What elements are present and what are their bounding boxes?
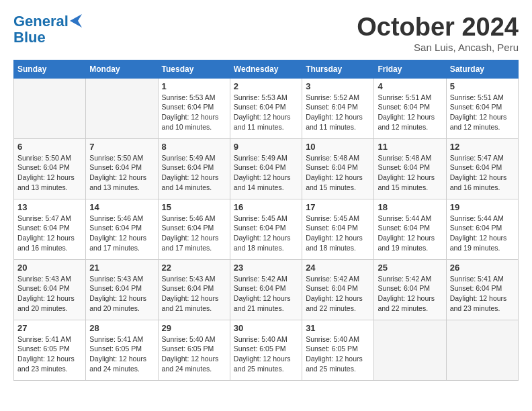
logo: General Blue <box>13 13 82 46</box>
day-number: 28 <box>89 323 154 333</box>
day-info: Sunrise: 5:42 AM Sunset: 6:04 PM Dayligh… <box>306 274 370 314</box>
day-number: 24 <box>306 263 370 273</box>
calendar-cell: 26Sunrise: 5:41 AM Sunset: 6:04 PM Dayli… <box>446 259 518 320</box>
calendar-cell: 4Sunrise: 5:51 AM Sunset: 6:04 PM Daylig… <box>374 78 446 138</box>
weekday-header-tuesday: Tuesday <box>158 60 230 78</box>
calendar-cell: 23Sunrise: 5:42 AM Sunset: 6:04 PM Dayli… <box>230 259 302 320</box>
weekday-header-wednesday: Wednesday <box>230 60 302 78</box>
calendar-week-row: 1Sunrise: 5:53 AM Sunset: 6:04 PM Daylig… <box>14 78 519 138</box>
calendar-cell: 24Sunrise: 5:42 AM Sunset: 6:04 PM Dayli… <box>302 259 374 320</box>
day-info: Sunrise: 5:40 AM Sunset: 6:05 PM Dayligh… <box>234 334 298 374</box>
weekday-header-saturday: Saturday <box>446 60 518 78</box>
day-number: 1 <box>162 81 226 91</box>
calendar-cell: 6Sunrise: 5:50 AM Sunset: 6:04 PM Daylig… <box>14 138 86 199</box>
day-number: 26 <box>450 263 515 273</box>
day-info: Sunrise: 5:41 AM Sunset: 6:05 PM Dayligh… <box>89 334 154 374</box>
day-info: Sunrise: 5:53 AM Sunset: 6:04 PM Dayligh… <box>234 93 298 132</box>
calendar-cell: 13Sunrise: 5:47 AM Sunset: 6:04 PM Dayli… <box>14 199 86 259</box>
calendar-table: SundayMondayTuesdayWednesdayThursdayFrid… <box>13 60 519 381</box>
day-info: Sunrise: 5:42 AM Sunset: 6:04 PM Dayligh… <box>378 274 442 314</box>
calendar-week-row: 20Sunrise: 5:43 AM Sunset: 6:04 PM Dayli… <box>14 259 519 320</box>
day-info: Sunrise: 5:46 AM Sunset: 6:04 PM Dayligh… <box>162 214 226 253</box>
day-info: Sunrise: 5:44 AM Sunset: 6:04 PM Dayligh… <box>378 214 442 253</box>
day-number: 14 <box>89 202 154 212</box>
day-info: Sunrise: 5:41 AM Sunset: 6:04 PM Dayligh… <box>450 274 515 314</box>
calendar-cell: 11Sunrise: 5:48 AM Sunset: 6:04 PM Dayli… <box>374 138 446 199</box>
day-number: 16 <box>234 202 298 212</box>
day-info: Sunrise: 5:50 AM Sunset: 6:04 PM Dayligh… <box>89 153 154 193</box>
day-number: 8 <box>162 142 226 152</box>
logo-text-line1: General <box>13 13 69 30</box>
day-info: Sunrise: 5:50 AM Sunset: 6:04 PM Dayligh… <box>17 153 82 193</box>
day-number: 4 <box>378 81 442 91</box>
calendar-cell <box>374 320 446 380</box>
calendar-cell: 25Sunrise: 5:42 AM Sunset: 6:04 PM Dayli… <box>374 259 446 320</box>
day-info: Sunrise: 5:45 AM Sunset: 6:04 PM Dayligh… <box>234 214 298 253</box>
day-info: Sunrise: 5:45 AM Sunset: 6:04 PM Dayligh… <box>306 214 370 253</box>
day-info: Sunrise: 5:53 AM Sunset: 6:04 PM Dayligh… <box>162 93 226 132</box>
location-subtitle: San Luis, Ancash, Peru <box>357 42 519 53</box>
title-block: October 2024 San Luis, Ancash, Peru <box>357 13 519 53</box>
weekday-header-thursday: Thursday <box>302 60 374 78</box>
day-number: 29 <box>162 323 226 333</box>
day-number: 3 <box>306 81 370 91</box>
day-number: 13 <box>17 202 82 212</box>
calendar-cell: 28Sunrise: 5:41 AM Sunset: 6:05 PM Dayli… <box>86 320 158 380</box>
day-info: Sunrise: 5:40 AM Sunset: 6:05 PM Dayligh… <box>306 334 370 374</box>
calendar-cell: 15Sunrise: 5:46 AM Sunset: 6:04 PM Dayli… <box>158 199 230 259</box>
day-info: Sunrise: 5:49 AM Sunset: 6:04 PM Dayligh… <box>162 153 226 193</box>
day-number: 27 <box>17 323 82 333</box>
day-info: Sunrise: 5:42 AM Sunset: 6:04 PM Dayligh… <box>234 274 298 314</box>
day-number: 9 <box>234 142 298 152</box>
weekday-header-friday: Friday <box>374 60 446 78</box>
calendar-cell: 9Sunrise: 5:49 AM Sunset: 6:04 PM Daylig… <box>230 138 302 199</box>
calendar-cell: 21Sunrise: 5:43 AM Sunset: 6:04 PM Dayli… <box>86 259 158 320</box>
day-info: Sunrise: 5:46 AM Sunset: 6:04 PM Dayligh… <box>89 214 154 253</box>
calendar-cell: 29Sunrise: 5:40 AM Sunset: 6:05 PM Dayli… <box>158 320 230 380</box>
calendar-cell: 10Sunrise: 5:48 AM Sunset: 6:04 PM Dayli… <box>302 138 374 199</box>
calendar-cell: 12Sunrise: 5:47 AM Sunset: 6:04 PM Dayli… <box>446 138 518 199</box>
day-info: Sunrise: 5:48 AM Sunset: 6:04 PM Dayligh… <box>306 153 370 193</box>
weekday-header-monday: Monday <box>86 60 158 78</box>
day-number: 18 <box>378 202 442 212</box>
day-number: 25 <box>378 263 442 273</box>
calendar-cell: 31Sunrise: 5:40 AM Sunset: 6:05 PM Dayli… <box>302 320 374 380</box>
day-info: Sunrise: 5:41 AM Sunset: 6:05 PM Dayligh… <box>17 334 82 374</box>
calendar-cell: 22Sunrise: 5:43 AM Sunset: 6:04 PM Dayli… <box>158 259 230 320</box>
day-info: Sunrise: 5:48 AM Sunset: 6:04 PM Dayligh… <box>378 153 442 193</box>
day-info: Sunrise: 5:44 AM Sunset: 6:04 PM Dayligh… <box>450 214 515 253</box>
day-info: Sunrise: 5:43 AM Sunset: 6:04 PM Dayligh… <box>89 274 154 314</box>
calendar-cell: 14Sunrise: 5:46 AM Sunset: 6:04 PM Dayli… <box>86 199 158 259</box>
day-number: 7 <box>89 142 154 152</box>
calendar-week-row: 6Sunrise: 5:50 AM Sunset: 6:04 PM Daylig… <box>14 138 519 199</box>
calendar-cell: 1Sunrise: 5:53 AM Sunset: 6:04 PM Daylig… <box>158 78 230 138</box>
logo-text-line2: Blue <box>13 30 46 46</box>
day-number: 5 <box>450 81 515 91</box>
calendar-cell: 30Sunrise: 5:40 AM Sunset: 6:05 PM Dayli… <box>230 320 302 380</box>
day-number: 23 <box>234 263 298 273</box>
day-number: 17 <box>306 202 370 212</box>
calendar-cell: 18Sunrise: 5:44 AM Sunset: 6:04 PM Dayli… <box>374 199 446 259</box>
calendar-cell <box>446 320 518 380</box>
calendar-cell: 17Sunrise: 5:45 AM Sunset: 6:04 PM Dayli… <box>302 199 374 259</box>
day-number: 22 <box>162 263 226 273</box>
day-info: Sunrise: 5:47 AM Sunset: 6:04 PM Dayligh… <box>17 214 82 253</box>
day-info: Sunrise: 5:49 AM Sunset: 6:04 PM Dayligh… <box>234 153 298 193</box>
calendar-cell: 5Sunrise: 5:51 AM Sunset: 6:04 PM Daylig… <box>446 78 518 138</box>
calendar-cell <box>86 78 158 138</box>
day-info: Sunrise: 5:43 AM Sunset: 6:04 PM Dayligh… <box>17 274 82 314</box>
calendar-cell <box>14 78 86 138</box>
calendar-cell: 3Sunrise: 5:52 AM Sunset: 6:04 PM Daylig… <box>302 78 374 138</box>
page-header: General Blue October 2024 San Luis, Anca… <box>13 13 519 53</box>
day-number: 12 <box>450 142 515 152</box>
day-number: 31 <box>306 323 370 333</box>
day-number: 2 <box>234 81 298 91</box>
calendar-cell: 7Sunrise: 5:50 AM Sunset: 6:04 PM Daylig… <box>86 138 158 199</box>
day-number: 6 <box>17 142 82 152</box>
day-number: 30 <box>234 323 298 333</box>
day-number: 21 <box>89 263 154 273</box>
calendar-cell: 27Sunrise: 5:41 AM Sunset: 6:05 PM Dayli… <box>14 320 86 380</box>
calendar-cell: 19Sunrise: 5:44 AM Sunset: 6:04 PM Dayli… <box>446 199 518 259</box>
day-number: 11 <box>378 142 442 152</box>
month-title: October 2024 <box>357 13 519 42</box>
